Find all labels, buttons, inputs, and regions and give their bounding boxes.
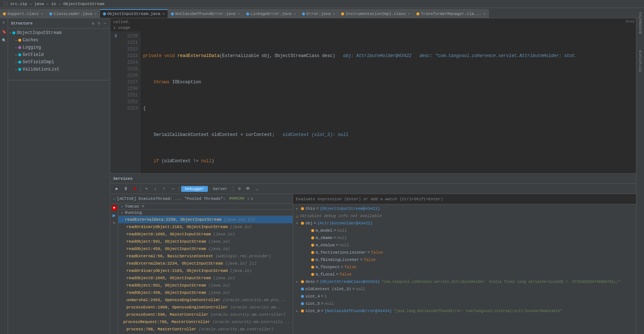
stack-frame-1[interactable]: → readExternalData:2250, ObjectInputStre… <box>118 216 293 223</box>
var-slot4[interactable]: slot_4 = 1 <box>293 293 636 300</box>
tab-linkageerror[interactable]: LinkageError.java ✕ <box>243 9 299 18</box>
stack-frame-3[interactable]: readObject0:1665, ObjectInputStream (jav… <box>118 231 293 238</box>
stack-body: ■ ▶ ↻ ▸ Tomcat < ▸ Runn <box>110 204 293 334</box>
var-slot5[interactable]: slot_5 = null <box>293 300 636 307</box>
var-slot6[interactable]: ▸ slot_6 = {NoClassDefFoundError@43424} … <box>293 307 636 315</box>
run-service-btn[interactable]: ▶ <box>113 212 115 219</box>
struct-icon-2[interactable]: ⚙ <box>97 21 101 26</box>
var-m-factivation[interactable]: m_fActivationListener = false <box>293 249 636 256</box>
struct-caches[interactable]: ▸ Caches <box>8 37 110 44</box>
debug-resume-btn[interactable]: ▶ <box>113 185 121 193</box>
code-line-2221: throws IOException <box>143 79 633 86</box>
var-m-fsuspect[interactable]: m_fSuspect = false <box>293 263 636 271</box>
tomcat-row[interactable]: ▸ Tomcat < <box>118 204 293 210</box>
filter-icon[interactable]: ▽ <box>247 197 249 201</box>
stack-frame-10[interactable]: readObject:501, ObjectInputStream (java.… <box>118 282 293 289</box>
stack-frames-container: ▸ Tomcat < ▸ Running → <box>118 204 293 334</box>
stack-loc-6: (weblogic.rmi.provider) <box>213 254 271 258</box>
debug-more-btn[interactable]: … <box>253 185 260 193</box>
tab-instrumentationimpl[interactable]: InstrumentationImpl.class ✕ <box>338 9 414 18</box>
window-title: src.zip – java – io – ObjectInputStream <box>10 2 104 6</box>
debug-pause-btn[interactable]: ⏸ <box>122 185 129 193</box>
eval-placeholder[interactable]: Evaluate expression (Enter) or add a wat… <box>296 197 443 201</box>
tab-close-classloader[interactable]: ✕ <box>94 12 96 16</box>
stack-frame-16[interactable]: process:708, MasterController (oracle.se… <box>118 326 293 333</box>
tab-support[interactable]: Support.class ✕ <box>0 9 46 18</box>
struct-getfieldimpl[interactable]: ▸ GetFieldImpl <box>8 58 110 66</box>
stack-frame-6[interactable]: readExternal:56, BasicServiceContext (we… <box>118 253 293 260</box>
tab-close-ncde[interactable]: ✕ <box>238 12 240 16</box>
var-m-sname[interactable]: m_sName = null <box>293 234 636 242</box>
tab-error[interactable]: Error.java ✕ <box>299 9 338 18</box>
code-line-2222: { <box>143 105 633 112</box>
tab-debugger-btn[interactable]: Debugger <box>181 186 208 192</box>
stack-list: → readExternalData:2250, ObjectInputStre… <box>118 216 293 334</box>
var-oldcontext[interactable]: oldContext (slot_3) = null <box>293 285 636 293</box>
bookmarks-toggle[interactable]: Bookmarks <box>637 20 644 26</box>
ln-2252: 2252 <box>123 99 138 105</box>
running-row[interactable]: ▸ Running <box>118 210 293 216</box>
gutter-2253 <box>112 105 120 112</box>
code-content[interactable]: private void readExternalData ( External… <box>140 31 636 173</box>
stack-frame-13[interactable]: processEvent:1069, OpenssoEngineControll… <box>118 304 293 311</box>
debug-frames-btn[interactable]: ≡ <box>236 185 243 193</box>
tab-close-le[interactable]: ✕ <box>294 12 296 16</box>
stack-frame-11[interactable]: readObject:459, ObjectInputStream (java.… <box>118 289 293 296</box>
debug-watches-btn[interactable]: 👁 <box>244 185 252 193</box>
stack-frame-4[interactable]: readObject:501, ObjectInputStream (java.… <box>118 238 293 245</box>
tab-close-ois[interactable]: ✕ <box>163 12 165 16</box>
struct-label-caches: Caches <box>23 38 38 43</box>
var-slot6-value: "java.lang.NoClassDefFoundError: com/tan… <box>393 309 562 313</box>
gutter-2223 <box>112 53 120 59</box>
stack-frame-14[interactable]: processEvent:596, MasterController (orac… <box>118 311 293 318</box>
stop-service-btn[interactable]: ■ <box>111 205 117 211</box>
var-desc-value: "com.tangosol.coherence.servlet.Attribut… <box>381 280 620 284</box>
var-m-flocal[interactable]: m_fLocal = false <box>293 271 636 278</box>
gutter-2252 <box>112 99 120 105</box>
stack-frame-9[interactable]: readObject0:1665, ObjectInputStream (jav… <box>118 274 293 282</box>
tab-server-btn[interactable]: Server <box>209 186 231 192</box>
var-desc[interactable]: ▸ desc = {ObjectStreamClass@43423} "com.… <box>293 278 636 285</box>
var-this[interactable]: ▸ this = {ObjectInputStream@43421} <box>293 205 636 212</box>
debug-stepout-btn[interactable]: ↑ <box>160 185 168 193</box>
stack-frame-12[interactable]: unmarshal:2453, OpenssoEngineController … <box>118 296 293 304</box>
stack-frame-2[interactable]: readOrdinaryObject:2183, ObjectInputStre… <box>118 223 293 231</box>
stack-method-8: readOrdinaryObject:2183, ObjectInputStre… <box>126 269 228 273</box>
tab-close-support[interactable]: ✕ <box>41 12 43 16</box>
settings-icon[interactable]: ⚙ <box>251 197 253 201</box>
debug-runtocursor-btn[interactable]: → <box>169 185 176 193</box>
reload-service-btn[interactable]: ↻ <box>113 220 115 225</box>
var-obj[interactable]: ▾ obj = {AttributeHolder@43422} <box>293 220 636 227</box>
stack-frame-5[interactable]: readObject:459, ObjectInputStream (java.… <box>118 245 293 253</box>
stack-frame-7[interactable]: readExternalData:2234, ObjectInputStream… <box>118 260 293 267</box>
struct-logging[interactable]: ▸ Logging <box>8 44 110 51</box>
stack-frame-8[interactable]: readOrdinaryObject:2183, ObjectInputStre… <box>118 267 293 274</box>
stack-method-1: readExternalData:2250, ObjectInputStream <box>125 217 221 222</box>
stack-frame-15[interactable]: processRequest:788, MasterController (or… <box>118 318 293 326</box>
structure-toggle[interactable]: Structure <box>637 58 644 64</box>
bookmarks-icon[interactable]: 🔖 <box>1 29 7 35</box>
tab-close-ii[interactable]: ✕ <box>408 12 410 16</box>
struct-validationlist[interactable]: ▸ ValidationList <box>8 66 110 73</box>
find-icon[interactable]: 🔍 <box>1 37 7 44</box>
tab-classloader[interactable]: ClassLoader.java ✕ <box>46 9 100 18</box>
gutter-2220: @ <box>112 33 120 39</box>
struct-icon-3[interactable]: — <box>103 21 107 26</box>
var-m-model[interactable]: m_model = null <box>293 227 636 234</box>
debug-stepinto-btn[interactable]: ↓ <box>152 185 159 193</box>
struct-icon-1[interactable]: ⇅ <box>91 21 95 26</box>
var-m-ovalue[interactable]: m_oValue = null <box>293 242 636 249</box>
debug-stepover-btn[interactable]: ↷ <box>143 185 150 193</box>
tab-transformermanager[interactable]: TransformerManager.cla... ✕ <box>414 9 489 18</box>
tab-close-tm[interactable]: ✕ <box>483 12 485 16</box>
project-icon[interactable]: P <box>1 20 7 26</box>
struct-objectinputstream[interactable]: ▾ ObjectInputStream <box>8 29 110 37</box>
tab-noclassdeffounderror[interactable]: NoClassDefFoundError.java ✕ <box>168 9 243 18</box>
tab-close-err[interactable]: ✕ <box>333 12 335 16</box>
var-m-fbinding[interactable]: m_fBindingListener = false <box>293 256 636 263</box>
bookmarks-label: Bookmarks <box>638 12 643 34</box>
tab-objectinputstream[interactable]: ObjectInputStream.java ✕ <box>100 9 168 18</box>
struct-getfield[interactable]: ▸ GetField <box>8 51 110 58</box>
app-icon: ⬛ <box>3 1 8 6</box>
debug-stop-btn[interactable]: ■ <box>131 185 138 193</box>
